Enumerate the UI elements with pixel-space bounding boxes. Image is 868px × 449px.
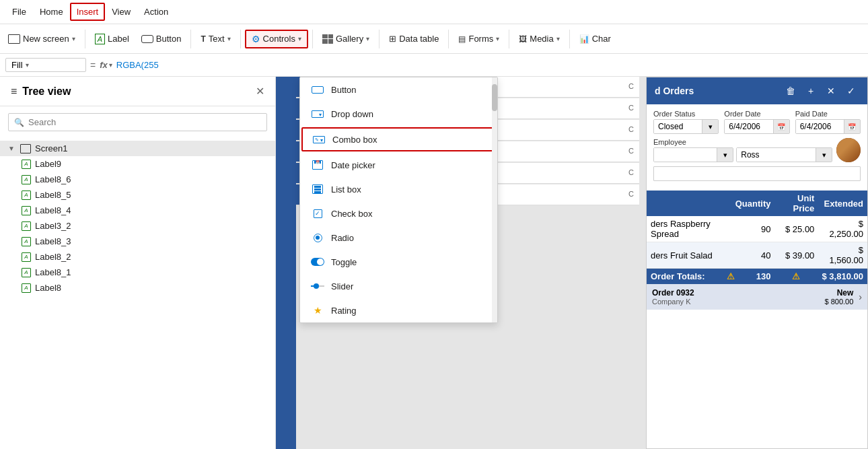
- tree-item-label9[interactable]: A Label9: [0, 156, 275, 172]
- label-icon-9: A: [22, 160, 31, 169]
- dropdown-scrollbar-thumb[interactable]: [492, 84, 497, 111]
- dropdown-item-radio[interactable]: Radio: [300, 226, 497, 250]
- bottom-order-row[interactable]: Order 0932 Company K New $ 800.00 ›: [647, 284, 867, 310]
- label-button[interactable]: A Label: [89, 31, 135, 47]
- bottom-order-chevron[interactable]: ›: [859, 291, 862, 302]
- gallery-label: Gallery: [336, 34, 363, 44]
- label-icon-83: A: [22, 237, 31, 246]
- tree-item-screen1[interactable]: ▼ Screen1: [0, 141, 275, 156]
- employee-left-chevron[interactable]: ▾: [717, 148, 733, 162]
- tree-item-label8[interactable]: A Label8: [0, 280, 275, 296]
- employee-right-chevron[interactable]: ▾: [816, 148, 832, 162]
- employee-left-select[interactable]: ▾: [653, 147, 733, 162]
- order-date-input[interactable]: [725, 120, 772, 133]
- dropdown-item-button[interactable]: Button: [300, 77, 497, 102]
- text-button[interactable]: T Text ▾: [195, 31, 236, 46]
- footer-totals-label: Order Totals:: [651, 271, 705, 281]
- divider-7: [509, 30, 509, 48]
- employee-avatar-image: [836, 138, 861, 162]
- order-status-group: Order Status ▾: [653, 110, 719, 134]
- orders-add-button[interactable]: +: [803, 83, 819, 99]
- radio-label: Radio: [331, 233, 354, 243]
- expand-icon: ▼: [8, 145, 16, 152]
- dropdown-item-rating[interactable]: ★ Rating: [300, 298, 497, 322]
- menu-action[interactable]: Action: [137, 3, 175, 21]
- data-table-icon: ⊞: [389, 34, 396, 44]
- gallery-button[interactable]: Gallery ▾: [317, 31, 375, 46]
- dropdown-item-listbox[interactable]: List box: [300, 177, 497, 201]
- tree-item-label8-2[interactable]: A Label8_2: [0, 249, 275, 265]
- slider-icon: [311, 279, 324, 293]
- menu-file[interactable]: File: [5, 3, 33, 21]
- tree-item-label3-2[interactable]: A Label3_2: [0, 218, 275, 234]
- paid-date-label: Paid Date: [795, 110, 861, 118]
- fx-button[interactable]: fx ▾: [100, 60, 112, 70]
- col-product: [647, 191, 731, 216]
- canvas-area: O C O C O C O C: [276, 77, 868, 449]
- label3-2-text: Label3_2: [35, 221, 71, 231]
- equals-sign: =: [90, 60, 96, 71]
- order-date-icon[interactable]: 📅: [773, 120, 789, 133]
- paid-date-icon[interactable]: 📅: [844, 120, 860, 133]
- property-dropdown[interactable]: Fill ▾: [5, 58, 86, 72]
- media-button[interactable]: 🖼 Media ▾: [513, 31, 565, 46]
- order-status-input[interactable]: [654, 120, 702, 133]
- tree-item-label8-3[interactable]: A Label8_3: [0, 234, 275, 249]
- orders-delete-button[interactable]: 🗑: [783, 83, 799, 99]
- tree-item-label8-5[interactable]: A Label8_5: [0, 187, 275, 203]
- dropdown-item-toggle[interactable]: Toggle: [300, 250, 497, 274]
- paid-date-input[interactable]: [796, 120, 844, 133]
- checkbox-icon: ✓: [311, 207, 324, 220]
- dropdown-item-datepicker[interactable]: 📅 Date picker: [300, 153, 497, 177]
- search-box[interactable]: 🔍: [8, 113, 267, 131]
- orders-cancel-button[interactable]: ✕: [823, 83, 839, 99]
- footer-quantity: 130: [756, 271, 771, 281]
- button-toolbar-button[interactable]: Button: [136, 31, 187, 46]
- controls-button[interactable]: ⚙ Controls ▾: [245, 30, 308, 48]
- order-status-select[interactable]: ▾: [653, 119, 719, 134]
- dropdown-item-dropdown[interactable]: ▾ Drop down: [300, 102, 497, 126]
- chart-label: Char: [592, 34, 611, 44]
- dropdown-item-slider[interactable]: Slider: [300, 274, 497, 298]
- menu-insert[interactable]: Insert: [70, 3, 106, 21]
- rating-icon: ★: [311, 304, 324, 317]
- dropdown-item-checkbox[interactable]: ✓ Check box: [300, 201, 497, 226]
- employee-left-input[interactable]: [654, 148, 717, 162]
- forms-icon: ▤: [458, 34, 466, 44]
- employee-right-input[interactable]: [737, 148, 816, 162]
- order-date-select[interactable]: 📅: [724, 119, 789, 134]
- order-date-label: Order Date: [724, 110, 789, 118]
- sidebar-close-button[interactable]: ✕: [256, 85, 264, 98]
- divider-4: [312, 30, 313, 48]
- new-screen-button[interactable]: New screen ▾: [3, 31, 81, 46]
- orders-confirm-button[interactable]: ✓: [843, 83, 859, 99]
- forms-button[interactable]: ▤ Forms ▾: [453, 31, 505, 46]
- employee-group: Employee ▾ ▾: [653, 138, 832, 162]
- tree-item-label8-4[interactable]: A Label8_4: [0, 203, 275, 218]
- sidebar-header: ≡ Tree view ✕: [0, 77, 275, 106]
- search-input[interactable]: [28, 117, 261, 127]
- media-label: Media: [530, 34, 553, 44]
- menu-view[interactable]: View: [105, 3, 137, 21]
- chart-button[interactable]: 📊 Char: [574, 31, 616, 46]
- notes-field[interactable]: [653, 166, 861, 181]
- button-icon: [311, 83, 324, 96]
- data-table-label: Data table: [399, 34, 439, 44]
- orders-table-body: ders Raspberry Spread 90 $ 25.00 $ 2,250…: [647, 216, 867, 269]
- tree-item-label8-6[interactable]: A Label8_6: [0, 172, 275, 187]
- controls-icon: ⚙: [252, 34, 260, 44]
- dropdown-scrollbar[interactable]: [492, 77, 497, 322]
- order-status-chevron[interactable]: ▾: [702, 120, 718, 133]
- col-unit-price: Unit Price: [774, 191, 818, 216]
- data-table-button[interactable]: ⊞ Data table: [384, 31, 444, 46]
- menu-home[interactable]: Home: [33, 3, 70, 21]
- paid-date-select[interactable]: 📅: [795, 119, 861, 134]
- radio-icon: [311, 231, 324, 244]
- dropdown-item-combobox[interactable]: ▾ ✎ Combo box: [301, 127, 496, 151]
- employee-right-select[interactable]: ▾: [736, 147, 832, 162]
- button-toolbar-label: Button: [156, 34, 182, 44]
- tree-item-label8-1[interactable]: A Label8_1: [0, 265, 275, 280]
- forms-chevron: ▾: [496, 35, 499, 42]
- label8-5-text: Label8_5: [35, 190, 71, 200]
- hamburger-icon[interactable]: ≡: [11, 85, 17, 98]
